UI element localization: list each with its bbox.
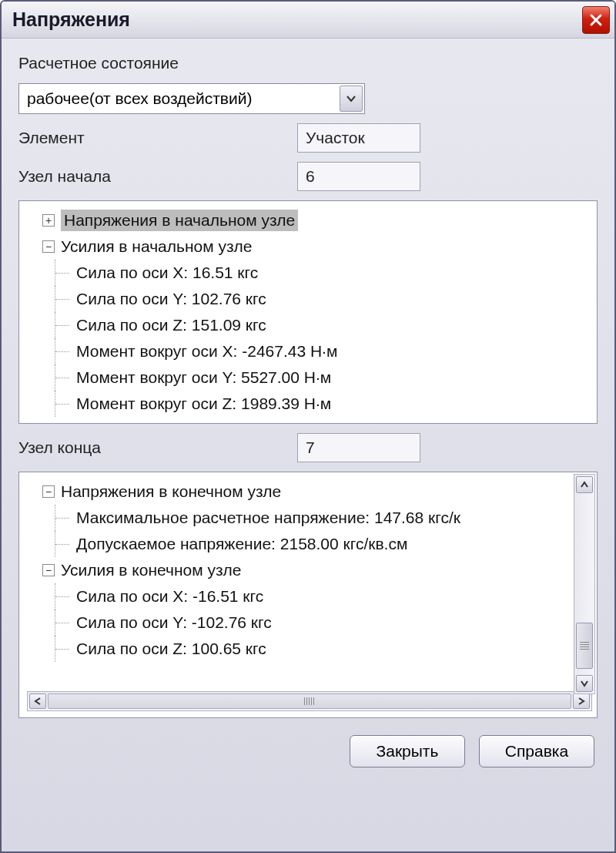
minus-icon[interactable]: −	[42, 485, 55, 498]
tree-leaf[interactable]: Сила по оси X: 16.51 кгс	[76, 264, 258, 282]
minus-icon[interactable]: −	[42, 564, 55, 576]
tree-node-forces-end[interactable]: Усилия в конечном узле	[61, 561, 241, 579]
element-label: Элемент	[18, 129, 288, 147]
tree-leaf[interactable]: Момент вокруг оси Y: 5527.00 Н·м	[76, 368, 331, 387]
start-node-label: Узел начала	[18, 167, 288, 186]
start-node-value: 6	[306, 167, 315, 186]
scroll-right-icon[interactable]	[573, 693, 590, 709]
scroll-up-icon[interactable]	[576, 476, 593, 493]
tree-leaf[interactable]: Сила по оси Z: 151.09 кгс	[76, 316, 266, 334]
start-node-field[interactable]: 6	[297, 162, 420, 191]
titlebar: Напряжения	[2, 2, 614, 39]
scroll-down-icon[interactable]	[576, 675, 593, 692]
help-button[interactable]: Справка	[479, 735, 594, 767]
tree-leaf[interactable]: Максимальное расчетное напряжение: 147.6…	[76, 509, 460, 527]
tree-node-stress-end[interactable]: Напряжения в конечном узле	[61, 482, 281, 501]
tree-leaf[interactable]: Допускаемое напряжение: 2158.00 кгс/кв.с…	[76, 535, 407, 553]
plus-icon[interactable]: +	[42, 214, 55, 227]
dialog-window: Напряжения Расчетное состояние рабочее(о…	[0, 0, 616, 853]
minus-icon[interactable]: −	[42, 240, 55, 253]
element-value: Участок	[306, 129, 365, 147]
end-node-field[interactable]: 7	[297, 433, 420, 462]
button-row: Закрыть Справка	[18, 735, 598, 767]
scroll-left-icon[interactable]	[29, 693, 46, 709]
help-button-label: Справка	[505, 742, 568, 761]
tree-leaf[interactable]: Сила по оси Y: -102.76 кгс	[76, 613, 272, 632]
end-node-label: Узел конца	[18, 438, 288, 457]
close-button[interactable]: Закрыть	[350, 735, 465, 767]
tree-leaf[interactable]: Сила по оси X: -16.51 кгс	[76, 587, 263, 606]
tree-node-stress-start[interactable]: Напряжения в начальном узле	[61, 210, 298, 231]
scroll-track[interactable]	[48, 693, 571, 709]
close-icon[interactable]	[582, 6, 610, 34]
tree-node-forces-start[interactable]: Усилия в начальном узле	[61, 237, 252, 256]
start-node-tree[interactable]: + Напряжения в начальном узле − Усилия в…	[18, 200, 598, 424]
scroll-thumb[interactable]	[576, 623, 593, 669]
tree-leaf[interactable]: Момент вокруг оси X: -2467.43 Н·м	[76, 342, 337, 361]
calc-state-value: рабочее(от всех воздействий)	[27, 89, 252, 108]
horizontal-scrollbar[interactable]	[27, 691, 592, 711]
end-node-tree[interactable]: − Напряжения в конечном узле Максимально…	[18, 472, 598, 718]
calc-state-label: Расчетное состояние	[18, 54, 598, 72]
calc-state-combo[interactable]: рабочее(от всех воздействий)	[18, 83, 365, 114]
tree-leaf[interactable]: Сила по оси Y: 102.76 кгс	[76, 290, 266, 308]
window-title: Напряжения	[12, 8, 130, 31]
close-button-label: Закрыть	[377, 742, 439, 761]
vertical-scrollbar[interactable]	[574, 474, 595, 694]
element-field[interactable]: Участок	[297, 123, 420, 153]
end-node-value: 7	[306, 438, 315, 457]
dialog-content: Расчетное состояние рабочее(от всех возд…	[2, 39, 614, 851]
tree-leaf[interactable]: Сила по оси Z: 100.65 кгс	[76, 640, 266, 658]
chevron-down-icon[interactable]	[340, 86, 363, 112]
tree-leaf[interactable]: Момент вокруг оси Z: 1989.39 Н·м	[76, 395, 331, 413]
